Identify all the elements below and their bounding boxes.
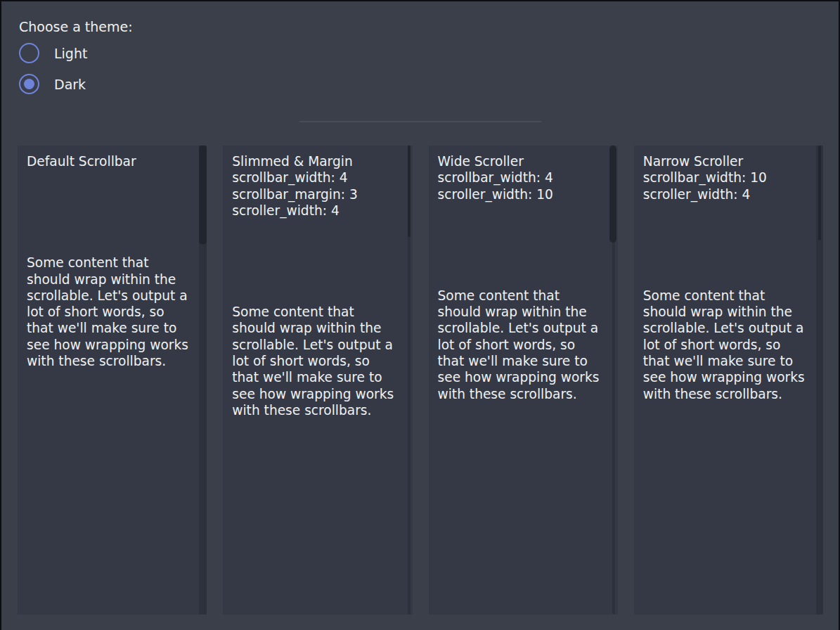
scroll-panel-slimmed-margin[interactable]: Slimmed & Margin scrollbar_width: 4 scro… [223,146,412,615]
scroll-panel-wide-scroller[interactable]: Wide Scroller scrollbar_width: 4 scrolle… [429,146,618,615]
scroll-panel-title: Slimmed & Margin [232,153,396,169]
scroll-panel-content: Some content that should wrap within the… [643,288,808,402]
scroll-panel-content: Some content that should wrap within the… [232,304,396,418]
scroll-panel-param: scroller_width: 4 [643,186,808,202]
scroll-panel-title: Narrow Scroller [643,153,808,169]
scroll-panel-title: Default Scrollbar [27,153,191,169]
theme-chooser-label: Choose a theme: [19,18,133,35]
scroll-panel-param: scrollbar_width: 10 [643,169,808,186]
scroll-panel-content: Some content that should wrap within the… [438,288,602,402]
scroll-panel-content: Some content that should wrap within the… [27,255,191,369]
scroll-panel-param: scrollbar_width: 4 [438,169,602,186]
divider [299,121,541,122]
scroll-panel-narrow-scroller[interactable]: Narrow Scroller scrollbar_width: 10 scro… [634,146,823,615]
radio-dot-icon [24,79,34,89]
radio-label-light: Light [54,45,87,62]
page-root: Choose a theme: Light Dark Default Scrol… [0,0,840,630]
radio-button-dark-icon[interactable] [19,74,39,94]
scroll-panel-param: scroller_width: 10 [438,186,602,202]
radio-button-light-icon[interactable] [19,43,39,63]
scrollbar-thumb[interactable] [609,146,616,243]
scrollbar-thumb[interactable] [818,146,821,240]
scroll-panel-default[interactable]: Default Scrollbar Some content that shou… [18,146,207,615]
scrollbar-thumb[interactable] [199,146,207,244]
scroll-panel-title: Wide Scroller [438,153,602,169]
scrollbar-thumb[interactable] [408,146,411,237]
radio-label-dark: Dark [54,76,86,93]
radio-option-dark[interactable]: Dark [19,74,86,94]
panels-row: Default Scrollbar Some content that shou… [18,146,823,615]
scroll-panel-param: scroller_width: 4 [232,202,396,219]
radio-option-light[interactable]: Light [19,43,87,63]
scroll-panel-param: scrollbar_margin: 3 [232,186,396,202]
scroll-panel-param: scrollbar_width: 4 [232,169,396,186]
